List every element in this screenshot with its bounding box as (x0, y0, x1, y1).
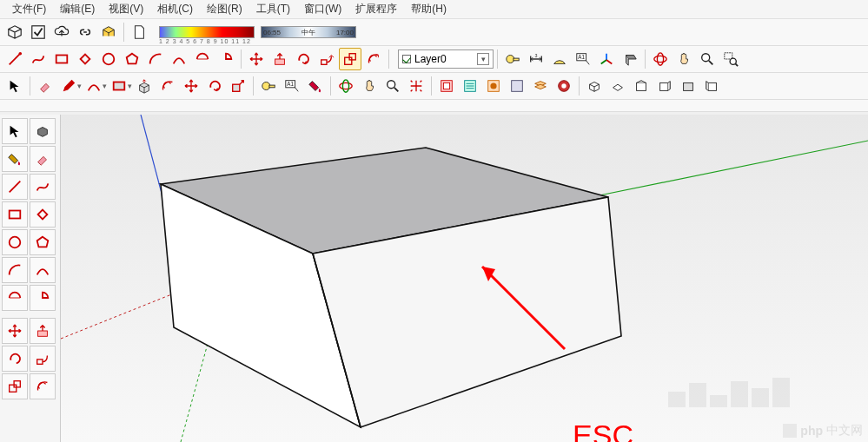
menu-extensions[interactable]: 扩展程序 (350, 0, 402, 18)
shadow-time-bar[interactable]: 06:55 中午 17:00 (261, 26, 356, 38)
eraser-tool-button[interactable] (34, 75, 56, 97)
materials-button[interactable] (482, 75, 505, 97)
zoom-button[interactable] (696, 48, 719, 70)
orbit-button[interactable] (649, 48, 672, 70)
circle-tool-button[interactable] (97, 48, 120, 70)
svg-rect-42 (37, 360, 43, 364)
arc3-palette-button[interactable] (2, 285, 28, 311)
rotate-tool-button[interactable] (292, 48, 315, 70)
menu-view[interactable]: 视图(V) (103, 0, 149, 18)
followme-palette-button[interactable] (30, 346, 56, 372)
viewport-3d[interactable]: ESC php 中文网 (61, 115, 868, 442)
tape-button-2[interactable] (257, 75, 280, 97)
new-page-button[interactable] (128, 21, 150, 43)
offset-palette-button[interactable] (30, 373, 56, 399)
toolbar-separator (330, 76, 331, 96)
offset-button-2[interactable] (156, 75, 179, 97)
front-view-button[interactable] (630, 75, 653, 97)
zoom-extents-button[interactable] (405, 75, 427, 97)
rotated-rect-tool-button[interactable] (74, 48, 96, 70)
tape-measure-button[interactable] (501, 48, 524, 70)
text-button-2[interactable]: A1 (281, 75, 303, 97)
pan-button[interactable] (673, 48, 695, 70)
circle-palette-button[interactable] (2, 229, 28, 255)
arc-tool-button-2[interactable] (83, 75, 105, 97)
move-palette-button[interactable] (2, 318, 28, 344)
layers-button[interactable] (529, 75, 552, 97)
select-tool-button[interactable] (3, 75, 26, 97)
scale-button-2[interactable] (227, 75, 249, 97)
arc2pt-tool-button[interactable] (168, 48, 190, 70)
pie-tool-button[interactable] (215, 48, 237, 70)
polygon-tool-button[interactable] (121, 48, 143, 70)
freehand-palette-button[interactable] (30, 174, 56, 200)
menu-window[interactable]: 窗口(W) (299, 0, 347, 18)
rotate-palette-button[interactable] (2, 346, 28, 372)
paint-bucket-button[interactable] (304, 75, 327, 97)
orbit-button-2[interactable] (335, 75, 357, 97)
select-palette-button[interactable] (2, 118, 28, 144)
offset-tool-button[interactable] (362, 48, 385, 70)
pan-button-2[interactable] (358, 75, 381, 97)
back-view-button[interactable] (677, 75, 699, 97)
rect-palette-button[interactable] (2, 201, 28, 228)
pencil-tool-button[interactable] (57, 75, 80, 97)
link-button[interactable] (74, 21, 96, 43)
pushpull-tool-button[interactable] (268, 48, 291, 70)
svg-rect-6 (345, 57, 352, 64)
layer-dropdown[interactable]: Layer0 ▾ (398, 49, 494, 69)
scale-palette-button[interactable] (2, 373, 28, 399)
color-gradient-bar[interactable] (159, 26, 255, 38)
time-mid-label: 中午 (301, 27, 315, 39)
scale-tool-button[interactable] (339, 48, 361, 70)
eraser-palette-button[interactable] (30, 146, 56, 172)
dimension-button[interactable]: 3 (525, 48, 547, 70)
model-info-button[interactable] (3, 21, 26, 43)
arc3pt-tool-button[interactable] (191, 48, 214, 70)
right-view-button[interactable] (653, 75, 676, 97)
menu-file[interactable]: 文件(F) (7, 0, 51, 18)
shape-tool-button[interactable] (108, 75, 130, 97)
iso-view-button[interactable] (583, 75, 606, 97)
polygon-palette-button[interactable] (30, 229, 56, 255)
cloud-upload-button[interactable] (50, 21, 73, 43)
pushpull-button-2[interactable] (133, 75, 156, 97)
axes-tool-button[interactable] (595, 48, 618, 70)
move-button-2[interactable] (180, 75, 202, 97)
rotrect-palette-button[interactable] (30, 201, 56, 228)
top-view-button[interactable] (606, 75, 629, 97)
arc-palette-button[interactable] (2, 257, 28, 283)
menu-edit[interactable]: 编辑(E) (55, 0, 100, 18)
menu-tools[interactable]: 工具(T) (251, 0, 295, 18)
styles-button[interactable] (506, 75, 528, 97)
pushpull-palette-button[interactable] (30, 318, 56, 344)
move-tool-button[interactable] (245, 48, 268, 70)
section-plane-button[interactable] (619, 48, 641, 70)
rectangle-tool-button[interactable] (50, 48, 73, 70)
pie-palette-button[interactable] (30, 285, 56, 311)
arc-tool-button[interactable] (144, 48, 167, 70)
paint-palette-button[interactable] (2, 146, 28, 172)
line-palette-button[interactable] (2, 174, 28, 200)
outliner-button[interactable] (459, 75, 481, 97)
menu-draw[interactable]: 绘图(R) (202, 0, 248, 18)
line-tool-button[interactable] (3, 48, 26, 70)
protractor-button[interactable] (548, 48, 571, 70)
menu-camera[interactable]: 相机(C) (152, 0, 198, 18)
component-button[interactable] (435, 75, 458, 97)
warehouse-button[interactable] (97, 21, 120, 43)
zoom-button-2[interactable] (381, 75, 404, 97)
component-palette-button[interactable] (30, 118, 56, 144)
menu-help[interactable]: 帮助(H) (406, 0, 452, 18)
svg-rect-41 (38, 331, 48, 336)
ghost-decor (668, 378, 790, 407)
freehand-tool-button[interactable] (27, 48, 50, 70)
scenes-button[interactable] (553, 75, 575, 97)
text-tool-button[interactable]: A1 (572, 48, 594, 70)
left-view-button[interactable] (700, 75, 723, 97)
validate-button[interactable] (27, 21, 50, 43)
followme-tool-button[interactable] (315, 48, 338, 70)
arc2-palette-button[interactable] (30, 257, 56, 283)
rotate-button-2[interactable] (203, 75, 226, 97)
zoom-window-button[interactable] (719, 48, 742, 70)
